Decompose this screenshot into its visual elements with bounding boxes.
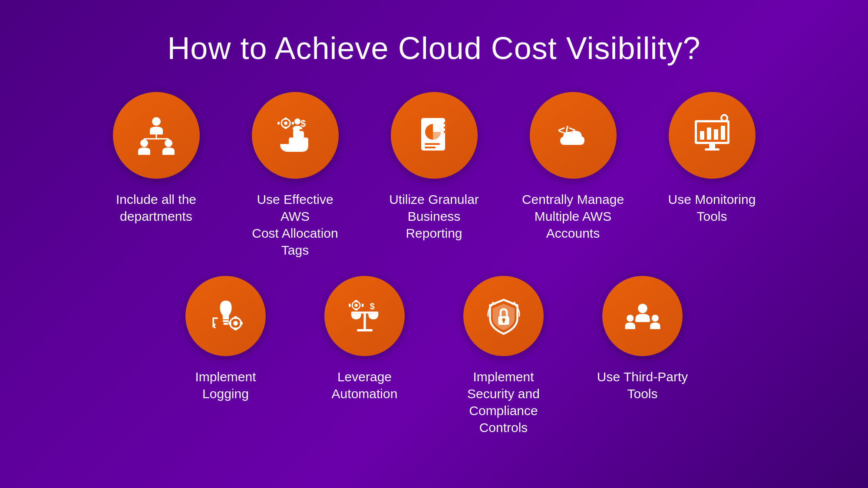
circle-granular-reporting xyxy=(391,92,478,179)
svg-rect-27 xyxy=(714,129,718,140)
svg-rect-45 xyxy=(363,312,366,330)
circle-security-compliance xyxy=(463,276,544,356)
svg-point-50 xyxy=(354,304,357,307)
circle-aws-cost-tags: $ xyxy=(252,92,339,179)
svg-rect-30 xyxy=(705,148,719,151)
svg-rect-37 xyxy=(222,320,228,322)
svg-rect-57 xyxy=(503,320,505,322)
svg-point-60 xyxy=(638,304,647,313)
svg-point-62 xyxy=(651,314,658,321)
card-implement-logging: ImplementLogging xyxy=(174,276,278,402)
label-third-party-tools: Use Third-PartyTools xyxy=(597,368,688,402)
svg-rect-47 xyxy=(351,311,378,314)
cards-container: Include all thedepartments $ xyxy=(0,92,868,436)
page-title: How to Achieve Cloud Cost Visibility? xyxy=(167,30,700,66)
svg-rect-41 xyxy=(234,316,237,319)
circle-implement-logging xyxy=(185,276,266,356)
svg-rect-46 xyxy=(357,329,373,331)
cost-tags-icon: $ xyxy=(274,114,317,157)
svg-rect-13 xyxy=(292,122,294,124)
circle-multiple-accounts: </> xyxy=(530,92,617,179)
label-aws-cost-tags: Use Effective AWSCost Allocation Tags xyxy=(243,191,347,259)
card-include-departments: Include all thedepartments xyxy=(104,92,208,225)
svg-rect-12 xyxy=(277,122,280,124)
svg-point-9 xyxy=(284,121,287,125)
svg-rect-17 xyxy=(425,143,440,145)
svg-rect-51 xyxy=(354,300,357,302)
circle-leverage-automation: $ xyxy=(324,276,405,356)
accounts-icon: </> xyxy=(551,114,595,157)
svg-rect-21 xyxy=(444,131,447,133)
label-include-departments: Include all thedepartments xyxy=(116,191,196,225)
card-multiple-accounts: </> Centrally ManageMultiple AWS Account… xyxy=(521,92,625,242)
svg-point-32 xyxy=(722,116,726,120)
svg-rect-10 xyxy=(284,118,287,120)
svg-rect-25 xyxy=(700,131,704,140)
svg-rect-44 xyxy=(240,321,242,324)
row-2: ImplementLogging $ xyxy=(174,276,695,436)
third-party-icon xyxy=(623,297,662,336)
svg-rect-28 xyxy=(721,126,725,140)
svg-point-14 xyxy=(294,118,300,124)
departments-icon xyxy=(135,114,178,157)
logging-icon xyxy=(206,297,245,336)
monitoring-icon xyxy=(690,114,734,157)
svg-point-61 xyxy=(627,314,634,321)
svg-rect-53 xyxy=(349,304,351,307)
card-leverage-automation: $ LeverageAutomation xyxy=(313,276,417,402)
svg-rect-19 xyxy=(444,122,447,124)
label-leverage-automation: LeverageAutomation xyxy=(332,368,398,402)
svg-rect-42 xyxy=(234,328,237,330)
label-multiple-accounts: Centrally ManageMultiple AWS Accounts xyxy=(521,191,625,242)
card-third-party-tools: Use Third-PartyTools xyxy=(591,276,695,402)
svg-rect-34 xyxy=(723,120,726,122)
svg-rect-29 xyxy=(709,144,715,148)
svg-point-40 xyxy=(233,321,238,325)
reporting-icon xyxy=(413,114,456,157)
svg-rect-33 xyxy=(723,114,726,116)
automation-icon: $ xyxy=(345,297,384,336)
circle-monitoring-tools xyxy=(669,92,756,179)
label-granular-reporting: Utilize GranularBusiness Reporting xyxy=(382,191,486,242)
circle-include-departments xyxy=(113,92,200,179)
svg-rect-36 xyxy=(726,117,728,119)
svg-rect-38 xyxy=(223,323,228,325)
circle-third-party-tools xyxy=(602,276,683,356)
card-security-compliance: Implement Security andCompliance Control… xyxy=(452,276,556,436)
row-1: Include all thedepartments $ xyxy=(104,92,764,259)
security-icon xyxy=(484,297,523,336)
svg-rect-43 xyxy=(228,321,231,324)
svg-text:$: $ xyxy=(370,301,374,311)
svg-rect-35 xyxy=(720,117,722,119)
card-monitoring-tools: Use MonitoringTools xyxy=(660,92,764,225)
svg-rect-52 xyxy=(354,308,357,311)
svg-rect-26 xyxy=(707,128,711,140)
svg-rect-11 xyxy=(284,127,287,129)
svg-rect-20 xyxy=(444,127,447,128)
card-granular-reporting: Utilize GranularBusiness Reporting xyxy=(382,92,486,242)
svg-point-0 xyxy=(152,117,161,126)
svg-rect-18 xyxy=(425,147,436,148)
card-aws-cost-tags: $ Use Effective AWSCost Allocation Tags xyxy=(243,92,347,259)
label-monitoring-tools: Use MonitoringTools xyxy=(668,191,756,225)
label-implement-logging: ImplementLogging xyxy=(195,368,256,402)
label-security-compliance: Implement Security andCompliance Control… xyxy=(452,368,556,436)
svg-rect-54 xyxy=(361,304,363,307)
